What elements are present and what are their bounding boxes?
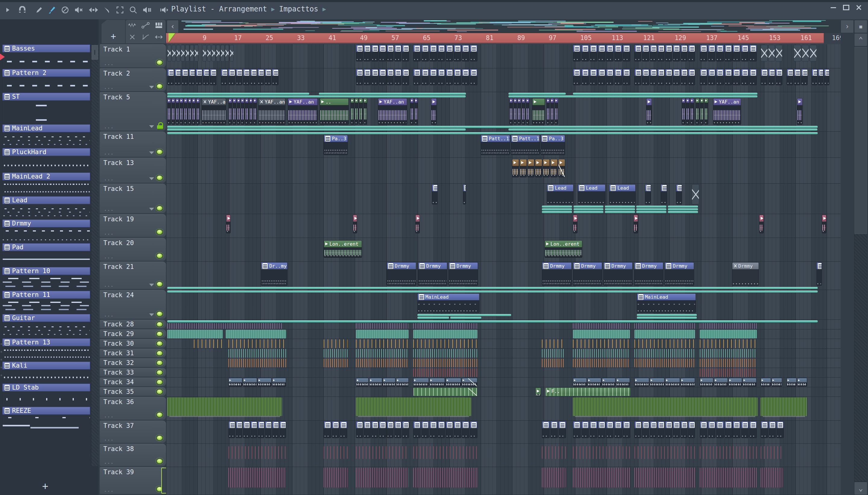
audio-clip[interactable] bbox=[555, 98, 558, 125]
slice-knife-icon[interactable] bbox=[101, 4, 113, 16]
pattern-clip[interactable] bbox=[356, 69, 363, 85]
audio-clip[interactable] bbox=[650, 378, 665, 387]
pattern-clip[interactable] bbox=[645, 184, 651, 204]
pa-3-clip[interactable]: Pa..3 bbox=[541, 135, 565, 155]
track-header-track-21[interactable]: Track 21... bbox=[100, 262, 166, 289]
automation-clip[interactable] bbox=[574, 211, 604, 213]
drmmy-clip[interactable]: Drmmy bbox=[387, 262, 416, 286]
audio-clip[interactable] bbox=[550, 159, 557, 177]
pattern-item-basses[interactable]: Basses bbox=[2, 45, 90, 68]
audio-clip[interactable] bbox=[188, 98, 192, 125]
pattern-clip[interactable] bbox=[371, 45, 378, 62]
pattern-clip[interactable] bbox=[733, 421, 740, 438]
pattern-item-pattern-10[interactable]: Pattern 10 bbox=[2, 267, 90, 290]
muted-pattern-clip[interactable] bbox=[181, 45, 185, 62]
pattern-item-drmmy[interactable]: Drmmy bbox=[2, 220, 90, 243]
clip-magenta[interactable] bbox=[761, 467, 783, 488]
pattern-clip[interactable] bbox=[688, 45, 695, 62]
pattern-clip[interactable] bbox=[363, 69, 371, 85]
track-options-dots[interactable]: ... bbox=[104, 231, 114, 236]
automation-clip[interactable] bbox=[508, 96, 757, 98]
drmmy-clip[interactable]: Drmmy bbox=[665, 262, 694, 286]
audio-clip[interactable] bbox=[363, 98, 367, 125]
audio-clip[interactable] bbox=[700, 378, 714, 387]
track-header-track-32[interactable]: Track 32 bbox=[100, 358, 166, 367]
track-header-track-30[interactable]: Track 30 bbox=[100, 339, 166, 348]
track-enable-led[interactable] bbox=[156, 229, 163, 235]
pattern-clip[interactable] bbox=[688, 421, 695, 438]
audio-clip[interactable] bbox=[700, 98, 704, 125]
pattern-clip[interactable] bbox=[371, 69, 378, 85]
track-header-track-1[interactable]: Track 1... bbox=[100, 44, 166, 67]
clip-purple[interactable] bbox=[167, 323, 282, 329]
add-pattern-button[interactable]: + bbox=[0, 480, 91, 492]
audio-clip[interactable] bbox=[233, 98, 236, 125]
clip-tealblk[interactable] bbox=[413, 330, 477, 338]
clip-tealblk[interactable] bbox=[700, 330, 757, 338]
track-options-dots[interactable]: ... bbox=[104, 207, 114, 212]
pattern-clip[interactable] bbox=[635, 45, 641, 62]
pattern-clip[interactable] bbox=[665, 421, 672, 438]
clip-orangetick[interactable] bbox=[573, 339, 630, 348]
audio-clip[interactable] bbox=[602, 378, 616, 387]
playlist-navigator-minimap[interactable] bbox=[166, 19, 840, 33]
audio-clip[interactable] bbox=[462, 378, 477, 387]
patt-13-clip[interactable]: Patt..13 bbox=[511, 135, 540, 155]
audio-clip[interactable] bbox=[228, 98, 232, 125]
audio-clip[interactable] bbox=[787, 378, 797, 387]
automation-clip[interactable] bbox=[636, 208, 666, 210]
audio-clip[interactable] bbox=[245, 98, 249, 125]
track-enable-led[interactable] bbox=[156, 149, 163, 155]
pattern-clip[interactable] bbox=[708, 69, 716, 85]
track-options-dots[interactable]: ... bbox=[104, 413, 114, 419]
pattern-item-pad[interactable]: Pad bbox=[2, 243, 90, 267]
pattern-clip[interactable] bbox=[642, 45, 649, 62]
pattern-clip[interactable] bbox=[272, 69, 278, 85]
track-enable-led[interactable] bbox=[156, 370, 163, 375]
pattern-list-scroll-thumb[interactable] bbox=[92, 45, 98, 59]
audio-clip[interactable] bbox=[535, 159, 542, 177]
pattern-clip[interactable] bbox=[681, 421, 687, 438]
pattern-clip[interactable] bbox=[429, 69, 437, 85]
snap-magnet-icon[interactable] bbox=[16, 4, 28, 16]
pattern-item-pattern-2[interactable]: Pattern 2 bbox=[2, 69, 90, 92]
pattern-clip[interactable] bbox=[582, 69, 589, 85]
breadcrumb-playlist[interactable]: Playlist - Arrangement bbox=[171, 5, 267, 13]
track-options-dots[interactable]: ... bbox=[104, 61, 114, 66]
track-enable-led[interactable] bbox=[156, 253, 163, 259]
pattern-clip[interactable] bbox=[623, 45, 630, 62]
minimize-button[interactable] bbox=[828, 3, 838, 12]
pattern-clip[interactable] bbox=[446, 69, 453, 85]
pattern-clip[interactable] bbox=[363, 421, 371, 438]
clip-magenta[interactable] bbox=[700, 467, 757, 488]
audio-clip[interactable] bbox=[180, 98, 183, 125]
clip-orangetick[interactable] bbox=[194, 339, 225, 348]
pattern-item-pattern-13[interactable]: Pattern 13 bbox=[2, 338, 90, 361]
pattern-clip[interactable] bbox=[387, 45, 394, 62]
pattern-clip[interactable] bbox=[402, 421, 409, 438]
track-header-track-15[interactable]: Track 15... bbox=[100, 184, 166, 213]
chevron-audio-clip[interactable]: F.. bbox=[545, 388, 630, 396]
audio-clip[interactable] bbox=[573, 215, 577, 233]
scroll-up-button[interactable]: ⌃ bbox=[854, 33, 867, 46]
pattern-item-mainlead[interactable]: MainLead bbox=[2, 124, 90, 148]
track-options-dots[interactable]: ... bbox=[104, 459, 114, 465]
lon-erent-clip[interactable]: Lon..erent bbox=[545, 240, 582, 258]
pattern-clip[interactable] bbox=[623, 421, 630, 438]
track-options-dots[interactable]: ... bbox=[104, 124, 114, 130]
audio-clip[interactable] bbox=[532, 98, 545, 125]
automation-clip-tab-icon[interactable] bbox=[141, 22, 150, 30]
audio-clip[interactable] bbox=[429, 378, 445, 387]
pattern-item-guitar[interactable]: Guitar bbox=[2, 314, 90, 338]
clip-orangetick[interactable] bbox=[413, 339, 477, 348]
automation-clip[interactable] bbox=[542, 208, 572, 210]
pattern-clip-tab-icon[interactable] bbox=[155, 22, 163, 30]
collapse-arrow-icon[interactable] bbox=[2, 4, 14, 16]
pattern-clip[interactable] bbox=[749, 421, 757, 438]
pattern-clip[interactable] bbox=[657, 69, 664, 85]
pattern-clip[interactable] bbox=[700, 45, 707, 62]
pattern-clip[interactable] bbox=[700, 421, 707, 438]
muted-pattern-clip[interactable] bbox=[216, 45, 220, 62]
--clip[interactable]: .. bbox=[320, 98, 349, 125]
muted-pattern-clip[interactable] bbox=[212, 45, 215, 62]
